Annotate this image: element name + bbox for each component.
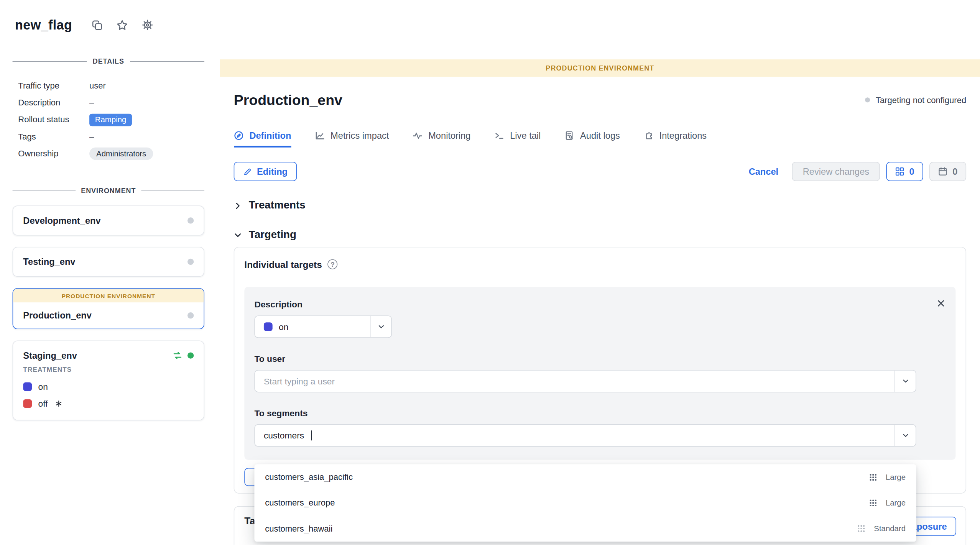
env-card-development[interactable]: Development_env — [13, 205, 204, 235]
text-caret — [311, 430, 312, 440]
copy-icon — [92, 20, 103, 30]
environment-heading: ENVIRONMENT — [81, 187, 136, 194]
treatment-off-row: off — [23, 395, 194, 412]
review-changes-button[interactable]: Review changes — [792, 162, 880, 181]
env-card-testing[interactable]: Testing_env — [13, 247, 204, 277]
targeting-status: Targeting not configured — [865, 95, 966, 105]
copy-button[interactable] — [90, 17, 105, 33]
schedule-count-button[interactable]: 0 — [929, 162, 966, 181]
treatment-select-value: on — [279, 322, 288, 332]
tab-bar: Definition Metrics impact — [234, 131, 966, 148]
segment-size-label: Large — [886, 499, 906, 507]
to-user-label: To user — [254, 354, 945, 364]
status-text: Targeting not configured — [876, 95, 966, 105]
audit-logs-document-icon — [564, 131, 574, 141]
edit-actions-row: Editing Cancel Review changes 0 — [234, 162, 966, 181]
status-dot — [865, 97, 870, 102]
treatment-on-row: on — [23, 378, 194, 395]
segment-size-label: Large — [886, 473, 906, 481]
remove-target-button[interactable] — [935, 297, 947, 309]
page-title: Production_env — [234, 92, 342, 108]
env-status-dot — [187, 352, 194, 358]
help-icon[interactable]: ? — [328, 259, 338, 269]
ownership-chip: Administrators — [89, 147, 153, 160]
flag-header: new_flag — [0, 0, 980, 50]
metrics-chart-icon — [315, 131, 325, 141]
tab-metrics-impact[interactable]: Metrics impact — [315, 131, 389, 148]
user-input-placeholder: Start typing a user — [264, 376, 335, 386]
integrations-puzzle-icon — [644, 131, 654, 141]
detail-row-traffic-type: Traffic type user — [18, 77, 204, 94]
standard-segment-dots-icon — [857, 524, 866, 533]
segment-option-asia-pacific[interactable]: customers_asia_pacific Large — [254, 464, 916, 490]
env-status-dot — [187, 259, 194, 265]
large-segment-grid-icon — [869, 499, 878, 507]
editing-button[interactable]: Editing — [234, 162, 297, 181]
user-input[interactable]: Start typing a user — [254, 370, 916, 392]
treatment-on-swatch — [264, 322, 273, 331]
live-tail-terminal-icon — [494, 131, 504, 141]
segments-input-chevron-icon[interactable] — [894, 425, 916, 446]
env-status-dot — [187, 312, 194, 318]
segment-option-hawaii[interactable]: customers_hawaii Standard — [254, 516, 916, 542]
chevron-right-icon — [234, 202, 242, 210]
flag-title: new_flag — [15, 18, 72, 33]
detail-row-tags: Tags – — [18, 128, 204, 145]
individual-targets-card: Individual targets ? Description — [234, 247, 966, 494]
gear-icon — [142, 20, 153, 31]
tab-audit-logs[interactable]: Audit logs — [564, 131, 620, 148]
app: new_flag — [0, 0, 980, 545]
targeting-section-toggle[interactable]: Targeting — [234, 227, 966, 242]
segments-input-value: customers — [264, 430, 304, 440]
pencil-icon — [243, 167, 252, 176]
description-label: Description — [254, 299, 945, 309]
environment-list: Development_env Testing_env PRODUCTION E… — [13, 205, 204, 420]
segment-option-europe[interactable]: customers_europe Large — [254, 490, 916, 515]
default-treatment-asterisk-icon — [55, 399, 63, 407]
treatment-on-swatch — [23, 382, 32, 391]
main-panel: PRODUCTION ENVIRONMENT Production_env Ta… — [220, 59, 980, 545]
sidebar: DETAILS Traffic type user Description – … — [0, 50, 220, 545]
environment-divider: ENVIRONMENT — [13, 187, 204, 194]
treatment-select[interactable]: on — [254, 315, 392, 338]
individual-target-panel: Description on To user — [244, 287, 955, 460]
env-status-dot — [187, 217, 194, 223]
segment-size-label: Standard — [874, 524, 906, 533]
tab-monitoring[interactable]: Monitoring — [413, 131, 470, 148]
tab-definition[interactable]: Definition — [234, 131, 291, 148]
flag-details: Traffic type user Description – Rollout … — [18, 77, 204, 162]
env-card-production[interactable]: PRODUCTION ENVIRONMENT Production_env — [13, 288, 204, 329]
treatments-section-toggle[interactable]: Treatments — [234, 198, 966, 213]
sync-arrows-icon — [173, 350, 183, 360]
title-row: Production_env Targeting not configured — [234, 90, 966, 110]
user-input-chevron-icon[interactable] — [894, 371, 916, 392]
individual-targets-heading: Individual targets — [244, 259, 322, 270]
treatment-off-swatch — [23, 399, 32, 408]
tab-integrations[interactable]: Integrations — [644, 131, 707, 148]
definition-icon — [234, 131, 244, 141]
chevron-down-icon — [234, 231, 242, 239]
to-segments-label: To segments — [254, 408, 945, 418]
changes-grid-count-button[interactable]: 0 — [886, 162, 923, 181]
detail-row-rollout-status: Rollout status Ramping — [18, 111, 204, 128]
star-icon — [117, 19, 128, 31]
cancel-button[interactable]: Cancel — [745, 166, 782, 176]
production-env-banner: PRODUCTION ENVIRONMENT — [13, 289, 204, 302]
details-heading: DETAILS — [93, 57, 124, 65]
segment-suggestions-dropdown: customers_asia_pacific Large cu — [254, 464, 916, 542]
tab-live-tail[interactable]: Live tail — [494, 131, 541, 148]
close-icon — [936, 299, 945, 308]
segments-input[interactable]: customers — [254, 424, 916, 447]
select-chevron-icon[interactable] — [370, 316, 391, 337]
rollout-status-badge: Ramping — [89, 113, 132, 126]
detail-row-ownership: Ownership Administrators — [18, 145, 204, 162]
env-card-staging[interactable]: Staging_env TREATMENTS on — [13, 340, 204, 420]
calendar-icon — [938, 167, 947, 176]
grid-icon — [895, 167, 904, 176]
detail-row-description: Description – — [18, 94, 204, 111]
large-segment-grid-icon — [869, 473, 878, 481]
production-environment-banner: PRODUCTION ENVIRONMENT — [220, 59, 980, 77]
favorite-button[interactable] — [114, 16, 131, 33]
treatments-heading: TREATMENTS — [23, 366, 194, 373]
settings-button[interactable] — [140, 17, 156, 33]
